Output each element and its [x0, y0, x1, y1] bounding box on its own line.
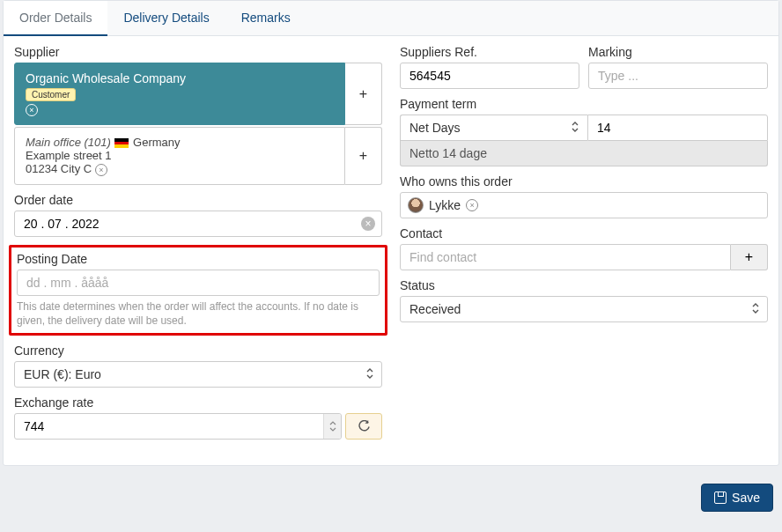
refresh-icon: [358, 420, 371, 433]
suppliers-ref-group: Suppliers Ref.: [400, 45, 579, 89]
owner-group: Who owns this order Lykke: [400, 174, 768, 218]
clear-supplier-icon[interactable]: [26, 104, 38, 116]
contact-label: Contact: [400, 226, 768, 240]
tab-delivery-details[interactable]: Delivery Details: [107, 1, 225, 35]
refresh-rate-button[interactable]: [345, 413, 382, 440]
supplier-name: Organic Wholesale Company: [26, 71, 334, 85]
customer-badge: Customer: [26, 88, 76, 101]
suppliers-ref-input[interactable]: [400, 63, 579, 89]
payment-term-group: Payment term Net Days Netto 14 dage: [400, 97, 768, 166]
exchange-rate-input[interactable]: [14, 413, 342, 440]
marking-group: Marking: [588, 45, 768, 89]
supplier-card[interactable]: Organic Wholesale Company Customer: [14, 63, 345, 125]
order-date-label: Order date: [14, 193, 382, 207]
left-column: Supplier Organic Wholesale Company Custo…: [14, 45, 382, 447]
germany-flag-icon: [114, 138, 129, 148]
right-column: Suppliers Ref. Marking Payment term Net …: [400, 45, 768, 447]
address-country: Germany: [133, 136, 180, 149]
payment-term-label: Payment term: [400, 97, 768, 111]
payment-term-description: Netto 14 dage: [400, 141, 768, 166]
address-title: Main office (101): [26, 136, 111, 149]
form-content: Supplier Organic Wholesale Company Custo…: [4, 36, 778, 465]
status-label: Status: [400, 278, 768, 292]
order-date-input[interactable]: [14, 211, 382, 237]
posting-date-label: Posting Date: [17, 252, 380, 266]
save-label: Save: [732, 491, 760, 505]
marking-input[interactable]: [588, 63, 768, 89]
contact-group: Contact +: [400, 226, 768, 270]
status-select[interactable]: Received: [400, 296, 768, 322]
exchange-rate-group: Exchange rate: [14, 395, 382, 440]
clear-date-icon[interactable]: [361, 217, 375, 231]
supplier-group: Supplier Organic Wholesale Company Custo…: [14, 45, 382, 185]
posting-date-help: This date determines when the order will…: [17, 299, 380, 328]
clear-address-icon[interactable]: [95, 164, 107, 176]
add-address-button[interactable]: +: [345, 127, 382, 185]
currency-group: Currency EUR (€): Euro: [14, 344, 382, 388]
posting-date-input[interactable]: [17, 270, 380, 296]
order-date-group: Order date: [14, 193, 382, 237]
address-city: 01234 City C: [26, 162, 92, 175]
status-group: Status Received: [400, 278, 768, 322]
owner-name: Lykke: [429, 198, 461, 212]
suppliers-ref-label: Suppliers Ref.: [400, 45, 579, 59]
supplier-label: Supplier: [14, 45, 382, 59]
clear-owner-icon[interactable]: [466, 199, 478, 211]
owner-field[interactable]: Lykke: [400, 192, 768, 218]
currency-label: Currency: [14, 344, 382, 358]
avatar-icon: [408, 197, 424, 213]
spinner-icon[interactable]: [323, 414, 341, 439]
owner-label: Who owns this order: [400, 174, 768, 188]
save-icon: [714, 491, 727, 504]
marking-label: Marking: [588, 45, 768, 59]
add-supplier-button[interactable]: +: [345, 63, 382, 125]
footer: Save: [0, 466, 782, 524]
add-contact-button[interactable]: +: [731, 244, 768, 270]
save-button[interactable]: Save: [701, 484, 773, 512]
exchange-rate-label: Exchange rate: [14, 395, 382, 410]
posting-date-group: Posting Date This date determines when t…: [9, 245, 387, 336]
currency-select[interactable]: EUR (€): Euro: [14, 361, 382, 388]
tab-remarks[interactable]: Remarks: [225, 1, 306, 35]
address-card[interactable]: Main office (101) Germany Example street…: [14, 127, 345, 185]
address-street: Example street 1: [26, 149, 112, 162]
order-panel: Order Details Delivery Details Remarks S…: [3, 0, 779, 466]
tab-order-details[interactable]: Order Details: [4, 1, 107, 36]
payment-type-select[interactable]: Net Days: [400, 115, 587, 141]
payment-days-input[interactable]: [587, 115, 768, 141]
tabs: Order Details Delivery Details Remarks: [4, 1, 778, 36]
contact-input[interactable]: [400, 244, 731, 270]
